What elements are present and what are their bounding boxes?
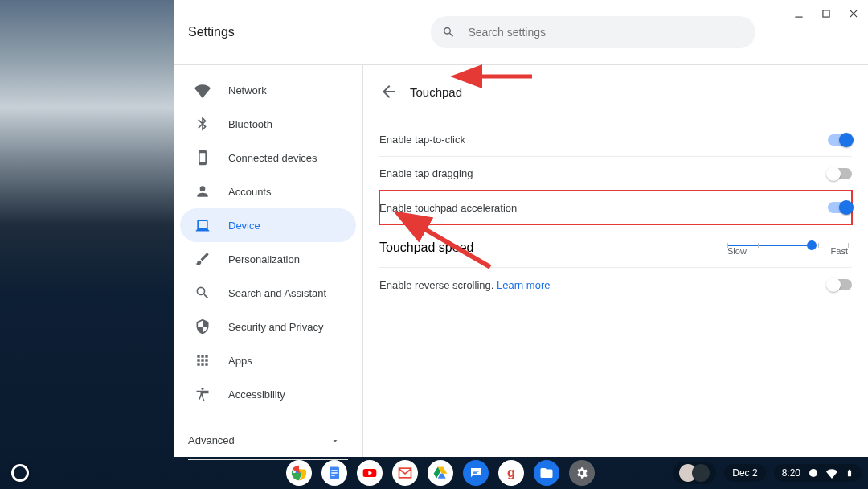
accessibility-icon <box>194 386 211 402</box>
sidebar-item-security[interactable]: Security and Privacy <box>180 310 356 343</box>
maximize-button[interactable] <box>817 5 836 23</box>
sidebar-item-personalization[interactable]: Personalization <box>180 242 356 276</box>
slider-thumb[interactable] <box>807 240 817 250</box>
app-youtube[interactable] <box>357 460 383 486</box>
toggle-tap-dragging[interactable] <box>828 168 852 179</box>
back-button[interactable] <box>379 82 399 101</box>
svg-rect-12 <box>473 471 479 472</box>
close-button[interactable] <box>844 5 863 23</box>
toggle-touchpad-acceleration[interactable] <box>828 202 852 213</box>
account-switcher[interactable] <box>673 462 716 484</box>
minimize-button[interactable] <box>789 5 809 23</box>
person-icon <box>194 183 211 199</box>
sidebar-item-label: Network <box>228 84 267 97</box>
slider-label-slow: Slow <box>727 246 747 256</box>
shelf-apps: g <box>286 460 595 486</box>
sidebar-item-search-assistant[interactable]: Search and Assistant <box>180 276 356 310</box>
bluetooth-icon <box>194 116 211 132</box>
svg-rect-13 <box>473 472 477 474</box>
toggle-tap-to-click[interactable] <box>828 134 852 146</box>
svg-rect-1 <box>823 10 829 17</box>
settings-body: Network Bluetooth Connected devices Acco… <box>174 65 868 457</box>
advanced-toggle[interactable]: Advanced <box>174 421 362 459</box>
row-label: Enable tap-to-click <box>379 134 465 146</box>
sidebar-item-accessibility[interactable]: Accessibility <box>180 377 356 411</box>
system-tray: Dec 2 8:20 <box>673 462 862 484</box>
sidebar-item-device[interactable]: Device <box>180 208 356 242</box>
app-drive[interactable] <box>428 460 453 486</box>
sidebar-item-label: Device <box>228 220 260 232</box>
wifi-icon <box>826 467 837 479</box>
sidebar-item-network[interactable]: Network <box>180 73 356 107</box>
row-label: Enable touchpad acceleration <box>379 202 517 214</box>
row-label: Enable reverse scrolling. Learn more <box>379 279 550 291</box>
sidebar-item-label: Apps <box>228 355 252 367</box>
laptop-icon <box>194 217 211 233</box>
slider-label-fast: Fast <box>831 246 848 256</box>
toggle-reverse-scrolling[interactable] <box>828 279 852 290</box>
status-area[interactable]: 8:20 <box>774 464 862 482</box>
section-title: Touchpad <box>410 85 462 99</box>
row-label-text: Enable reverse scrolling. <box>379 279 497 291</box>
top-bar: Settings <box>174 0 868 65</box>
sidebar-item-apps[interactable]: Apps <box>180 343 356 377</box>
main-content: Touchpad Enable tap-to-click Enable tap … <box>363 65 868 457</box>
row-tap-to-click: Enable tap-to-click <box>379 123 852 157</box>
app-gmail[interactable] <box>392 460 418 486</box>
battery-icon <box>845 467 854 479</box>
shelf: g Dec 2 8:20 <box>0 457 868 489</box>
search-input[interactable] <box>468 26 744 39</box>
window-controls-group <box>789 5 863 23</box>
sidebar-item-connected-devices[interactable]: Connected devices <box>180 141 356 175</box>
app-docs[interactable] <box>321 460 347 486</box>
sidebar-item-label: Search and Assistant <box>228 287 326 299</box>
sidebar-item-label: Personalization <box>228 253 300 265</box>
launcher-button[interactable] <box>11 464 29 482</box>
notification-icon <box>809 468 818 478</box>
row-touchpad-acceleration: Enable touchpad acceleration <box>379 191 852 224</box>
svg-rect-9 <box>331 475 335 476</box>
wifi-icon <box>194 82 211 98</box>
sidebar-item-label: Bluetooth <box>228 118 272 130</box>
chevron-down-icon <box>330 436 340 446</box>
svg-rect-7 <box>331 470 338 471</box>
svg-rect-0 <box>795 17 802 18</box>
shield-icon <box>194 318 211 335</box>
sidebar-item-label: Connected devices <box>228 152 317 164</box>
tray-date: Dec 2 <box>732 467 757 479</box>
app-messages[interactable] <box>463 460 489 486</box>
sidebar-item-accounts[interactable]: Accounts <box>180 175 356 208</box>
page-title: Settings <box>188 25 350 39</box>
sidebar: Network Bluetooth Connected devices Acco… <box>174 65 363 457</box>
sidebar-item-label: Accessibility <box>228 388 285 401</box>
sidebar-item-label: Accounts <box>228 186 271 198</box>
search-box[interactable] <box>431 16 755 48</box>
row-reverse-scrolling: Enable reverse scrolling. Learn more <box>379 268 852 302</box>
status-area-date[interactable]: Dec 2 <box>724 464 765 482</box>
row-label: Touchpad speed <box>379 240 473 255</box>
row-touchpad-speed: Touchpad speed Slow Fast <box>379 224 852 268</box>
row-label: Enable tap dragging <box>379 167 473 179</box>
section-header: Touchpad <box>379 80 852 104</box>
phone-icon <box>194 150 211 166</box>
learn-more-link[interactable]: Learn more <box>497 279 550 291</box>
app-gplus[interactable]: g <box>498 460 524 486</box>
row-tap-dragging: Enable tap dragging <box>379 157 852 191</box>
app-chrome[interactable] <box>286 460 312 486</box>
sidebar-item-bluetooth[interactable]: Bluetooth <box>180 107 356 141</box>
svg-point-14 <box>809 469 817 477</box>
apps-icon <box>194 352 211 368</box>
tray-time: 8:20 <box>782 467 800 479</box>
search-icon <box>194 285 211 301</box>
app-files[interactable] <box>534 460 559 486</box>
brush-icon <box>194 251 211 267</box>
advanced-label: Advanced <box>188 434 235 446</box>
svg-rect-8 <box>331 472 338 474</box>
app-settings[interactable] <box>569 460 595 486</box>
sidebar-item-label: Security and Privacy <box>228 321 324 333</box>
search-icon <box>442 25 455 39</box>
settings-window: Settings Network Bluetooth Connected dev… <box>174 0 868 457</box>
